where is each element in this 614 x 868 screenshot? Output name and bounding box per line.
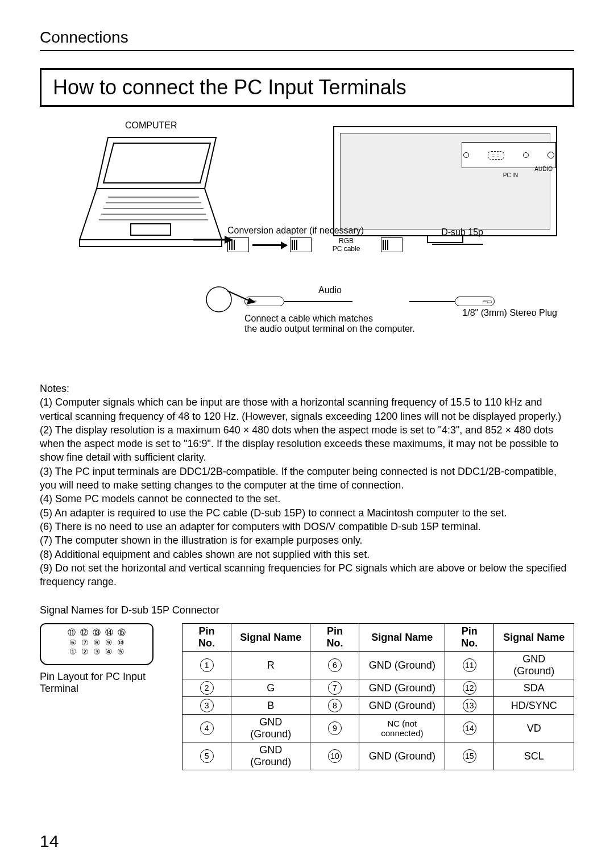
signal-name: GND (Ground): [359, 742, 445, 770]
cable-line: [284, 301, 352, 302]
pin-number: 4: [200, 721, 214, 735]
vga-connector-icon: [290, 237, 312, 252]
label-conversion-adapter: Conversion adapter (if necessary): [227, 226, 364, 236]
signal-name: R: [231, 652, 310, 679]
label-stereo-plug: 1/8" (3mm) Stereo Plug: [462, 308, 557, 318]
callout-arrow: [205, 268, 256, 314]
note-item: (8) Additional equipment and cables show…: [40, 548, 574, 561]
rgb-cable-row: RGB PC cable: [227, 237, 403, 253]
cable-line: [409, 301, 455, 302]
signal-name: B: [231, 697, 310, 715]
connection-diagram: COMPUTER: [40, 120, 574, 370]
pin-number: 15: [463, 749, 476, 763]
pin-number: 6: [328, 658, 342, 672]
audio-plug-icon: ═▭: [455, 297, 495, 306]
signal-name: HD/SYNC: [494, 697, 574, 715]
label-audio-note: Connect a cable which matches the audio …: [244, 314, 415, 334]
pin-number: 3: [200, 699, 214, 712]
pin-number: 13: [463, 699, 476, 712]
pin-number: 8: [328, 699, 342, 712]
signal-name: NC (not connected): [359, 715, 445, 742]
table-row: 5 GND (Ground) 10 GND (Ground) 15 SCL: [182, 742, 574, 770]
page-title: How to connect the PC Input Terminals: [40, 68, 574, 107]
table-header: Pin No.: [310, 624, 359, 652]
signal-names-table: Pin No. Signal Name Pin No. Signal Name …: [182, 623, 574, 770]
label-pc-cable: PC cable: [315, 245, 377, 253]
notes-heading: Notes:: [40, 382, 574, 395]
cable-line: [432, 244, 483, 245]
pin-number: 2: [200, 681, 214, 695]
note-item: (1) Computer signals which can be input …: [40, 395, 574, 423]
svg-rect-0: [131, 224, 171, 235]
pin-number: 9: [328, 721, 342, 735]
note-item: (5) An adapter is required to use the PC…: [40, 506, 574, 520]
signal-name: GND (Ground): [231, 715, 310, 742]
label-audio-port: AUDIO: [534, 166, 553, 172]
svg-marker-2: [225, 236, 233, 244]
table-header: Signal Name: [494, 624, 574, 652]
display-illustration: ::::::: AUDIO PC IN: [333, 126, 557, 236]
dsub-port-icon: :::::::: [488, 151, 505, 160]
arrow-icon: [193, 234, 233, 251]
label-rgb: RGB: [315, 237, 377, 245]
page-number: 14: [40, 832, 59, 851]
table-header: Signal Name: [231, 624, 310, 652]
port-labels: AUDIO PC IN: [465, 166, 556, 178]
vga-connector-icon: [381, 237, 403, 252]
table-row: 1 R 6 GND (Ground) 11 GND (Ground): [182, 652, 574, 679]
table-header: Pin No.: [182, 624, 231, 652]
audio-cable-row: ▭═ ═▭: [244, 297, 495, 306]
note-item: (2) The display resolution is a maximum …: [40, 423, 574, 465]
pin-number: 14: [463, 721, 476, 735]
note-item: (7) The computer shown in the illustrati…: [40, 533, 574, 547]
signal-name: SCL: [494, 742, 574, 770]
dsub-pin-layout: ⑪ ⑫ ⑬ ⑭ ⑮ ⑥ ⑦ ⑧ ⑨ ⑩ ① ② ③ ④: [40, 623, 154, 665]
signal-name: GND (Ground): [494, 652, 574, 679]
signal-name: VD: [494, 715, 574, 742]
label-dsub: D-sub 15p: [441, 227, 483, 237]
note-item: (6) There is no need to use an adapter f…: [40, 520, 574, 533]
note-item: (9) Do not set the horizontal and vertic…: [40, 561, 574, 589]
table-row: 3 B 8 GND (Ground) 13 HD/SYNC: [182, 697, 574, 715]
arrow-icon: [252, 244, 287, 246]
screw-icon: [523, 152, 529, 158]
svg-marker-5: [247, 298, 256, 304]
note-item: (3) The PC input terminals are DDC1/2B-c…: [40, 465, 574, 493]
note-item: (4) Some PC models cannot be connected t…: [40, 492, 574, 506]
table-row: 4 GND (Ground) 9 NC (not connected) 14 V…: [182, 715, 574, 742]
signal-name: GND (Ground): [359, 652, 445, 679]
signal-names-title: Signal Names for D-sub 15P Connector: [40, 604, 574, 616]
signal-name: SDA: [494, 679, 574, 697]
pin-number: 11: [463, 658, 476, 672]
pin-number: 10: [328, 749, 342, 763]
audio-jack-icon: [547, 152, 554, 158]
signal-name: GND (Ground): [359, 679, 445, 697]
signal-name: GND (Ground): [231, 742, 310, 770]
pin-number: 12: [463, 681, 476, 695]
pc-in-port-panel: :::::::: [462, 142, 556, 168]
label-pcin-port: PC IN: [503, 172, 518, 178]
signal-name: G: [231, 679, 310, 697]
pin-layout-caption: Pin Layout for PC Input Terminal: [40, 671, 165, 695]
table-header: Pin No.: [445, 624, 494, 652]
pin-number: 1: [200, 658, 214, 672]
table-row: 2 G 7 GND (Ground) 12 SDA: [182, 679, 574, 697]
notes-block: Notes: (1) Computer signals which can be…: [40, 382, 574, 589]
screw-icon: [463, 152, 469, 158]
signal-name: GND (Ground): [359, 697, 445, 715]
label-audio: Audio: [318, 285, 342, 295]
table-header: Signal Name: [359, 624, 445, 652]
section-title: Connections: [40, 28, 574, 51]
pin-number: 5: [200, 749, 214, 763]
pin-number: 7: [328, 681, 342, 695]
